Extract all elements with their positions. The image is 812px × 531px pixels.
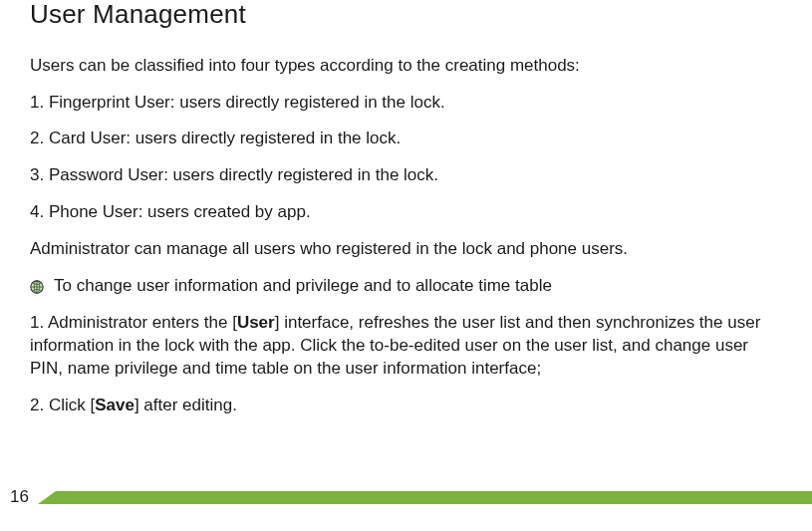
admin-note: Administrator can manage all users who r… <box>30 238 782 261</box>
step-1-bold: User <box>237 313 275 332</box>
user-type-1: 1. Fingerprint User: users directly regi… <box>30 92 782 115</box>
page-title: User Management <box>30 0 782 29</box>
user-type-3: 3. Password User: users directly registe… <box>30 164 782 187</box>
step-2-post: ] after editing. <box>135 396 237 414</box>
page-footer: 16 <box>0 483 812 511</box>
step-1: 1. Administrator enters the [User] inter… <box>30 312 782 381</box>
user-type-4: 4. Phone User: users created by app. <box>30 201 782 224</box>
step-2: 2. Click [Save] after editing. <box>30 395 782 417</box>
step-2-bold: Save <box>95 396 135 414</box>
bullet-text: To change user information and privilege… <box>54 275 552 298</box>
step-2-pre: 2. Click [ <box>30 396 95 414</box>
step-1-pre: 1. Administrator enters the [ <box>30 313 237 332</box>
svg-point-2 <box>31 281 43 293</box>
footer-accent-bar <box>56 491 812 504</box>
globe-bullet-icon <box>30 280 44 294</box>
intro-paragraph: Users can be classified into four types … <box>30 55 782 78</box>
bullet-row: To change user information and privilege… <box>30 275 782 298</box>
user-type-2: 2. Card User: users directly registered … <box>30 128 782 150</box>
